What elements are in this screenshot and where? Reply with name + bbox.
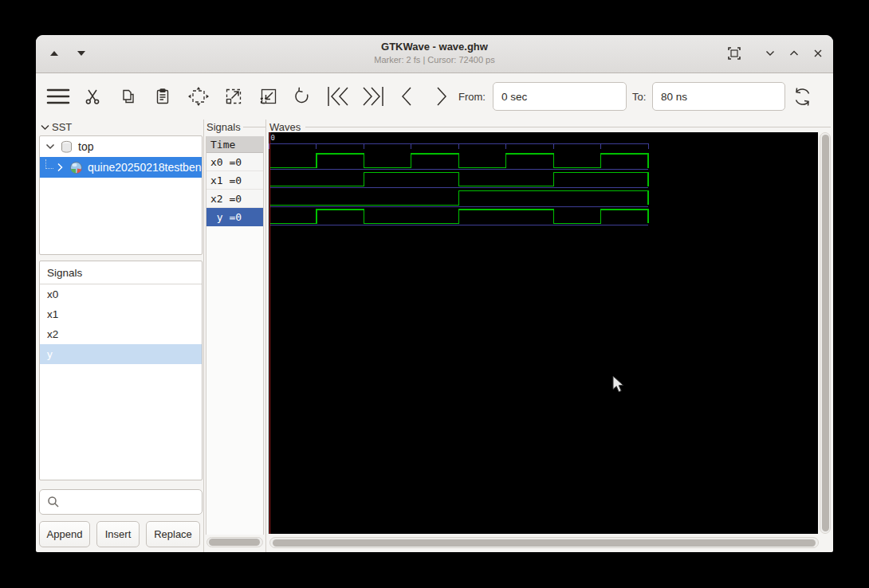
- window-subtitle: Marker: 2 fs | Cursor: 72400 ps: [36, 54, 833, 66]
- titlebar[interactable]: GTKWave - wave.ghw Marker: 2 fs | Cursor…: [36, 35, 833, 73]
- signal-list-item-x1[interactable]: x1: [40, 304, 202, 324]
- signals-frame-label: Signals: [206, 121, 241, 133]
- paste-button[interactable]: [152, 73, 173, 120]
- close-button[interactable]: [808, 43, 828, 64]
- chevron-left-icon: [399, 84, 415, 108]
- waves-hscrollbar-thumb[interactable]: [273, 539, 816, 547]
- instance-orb-icon: [69, 161, 83, 174]
- waves-frame-line: [305, 127, 831, 127]
- sst-tree: top quine20250218testbench: [39, 135, 203, 255]
- signal-row-x2[interactable]: x2 =0: [206, 190, 263, 208]
- signal-list-item-y[interactable]: y: [40, 344, 202, 364]
- expander-down-icon: [45, 141, 56, 152]
- signals-column: Time x0 =0 x1 =0 x2 =0 y =0: [206, 136, 264, 535]
- toolbar: From: To:: [36, 73, 833, 120]
- menu-button[interactable]: [45, 73, 71, 120]
- close-icon: [812, 48, 824, 59]
- waves-frame-label: Waves: [269, 121, 301, 133]
- tree-item-top[interactable]: top: [40, 136, 202, 157]
- chevron-up-icon: [788, 48, 800, 59]
- desktop-background: GTKWave - wave.ghw Marker: 2 fs | Cursor…: [0, 0, 869, 588]
- seek-left-button[interactable]: [396, 73, 417, 120]
- tree-item-testbench[interactable]: quine20250218testbench: [40, 157, 202, 178]
- signal-search[interactable]: [39, 489, 203, 515]
- signal-list-item-x2[interactable]: x2: [40, 324, 202, 344]
- signals-frame-line: [243, 127, 265, 127]
- chevron-right-icon: [434, 84, 450, 108]
- undo-icon: [292, 86, 313, 107]
- triangle-down-icon: [77, 50, 86, 57]
- shade-button[interactable]: [784, 43, 804, 64]
- search-input[interactable]: [64, 490, 199, 514]
- fullscreen-icon: [727, 46, 741, 61]
- waves-hscrollbar[interactable]: [269, 537, 819, 548]
- titlebar-text: GTKWave - wave.ghw Marker: 2 fs | Cursor…: [36, 40, 833, 66]
- expander-right-icon: [54, 162, 65, 173]
- cut-icon: [83, 87, 102, 106]
- reload-button[interactable]: [791, 73, 813, 120]
- splitter-left[interactable]: [203, 120, 204, 552]
- signal-list-item-x0[interactable]: x0: [40, 284, 202, 304]
- zoom-in-icon: [223, 86, 244, 107]
- from-input[interactable]: [493, 82, 627, 111]
- triangle-up-icon: [49, 50, 59, 57]
- paste-icon: [153, 87, 172, 106]
- waveform-canvas: 0: [269, 132, 818, 534]
- seek-end-icon: [360, 84, 386, 108]
- gtkwave-window: GTKWave - wave.ghw Marker: 2 fs | Cursor…: [36, 35, 833, 552]
- search-icon: [47, 496, 60, 508]
- replace-button[interactable]: Replace: [146, 521, 200, 547]
- zoom-in-button[interactable]: [222, 73, 246, 120]
- module-cylinder-icon: [60, 140, 73, 154]
- splitter-right[interactable]: [265, 120, 266, 552]
- seek-end-button[interactable]: [360, 73, 387, 120]
- tree-item-label: quine20250218testbench: [88, 161, 202, 174]
- zoom-fit-button[interactable]: [187, 73, 210, 120]
- fullscreen-button[interactable]: [724, 43, 745, 64]
- sst-signal-list: Signals x0 x1 x2 y: [39, 261, 203, 480]
- svg-text:0: 0: [271, 134, 275, 142]
- scroll-up-button[interactable]: [44, 43, 65, 64]
- to-label: To:: [632, 73, 646, 120]
- copy-button[interactable]: [117, 73, 138, 120]
- waves-area[interactable]: 0: [269, 132, 818, 534]
- zoom-out-icon: [258, 86, 279, 107]
- append-button[interactable]: Append: [39, 521, 90, 547]
- cut-button[interactable]: [82, 73, 103, 120]
- to-input[interactable]: [652, 82, 785, 111]
- from-label: From:: [458, 73, 486, 120]
- insert-button[interactable]: Insert: [96, 521, 140, 547]
- waves-vscrollbar[interactable]: [820, 132, 831, 534]
- signals-hscrollbar[interactable]: [206, 537, 263, 547]
- zoom-fit-icon: [187, 86, 210, 107]
- tree-connector: [45, 159, 53, 169]
- seek-start-icon: [325, 84, 351, 108]
- seek-start-button[interactable]: [324, 73, 352, 120]
- mouse-cursor: [612, 376, 628, 394]
- signal-list-header: Signals: [40, 261, 202, 284]
- content-area: SST top: [36, 120, 833, 552]
- tree-item-label: top: [78, 140, 93, 153]
- signal-row-x0[interactable]: x0 =0: [206, 153, 263, 171]
- seek-right-button[interactable]: [431, 73, 452, 120]
- unshade-button[interactable]: [760, 43, 781, 64]
- copy-icon: [118, 87, 137, 106]
- time-header[interactable]: Time: [206, 136, 263, 153]
- window-title: GTKWave - wave.ghw: [36, 40, 833, 54]
- undo-button[interactable]: [291, 73, 313, 120]
- waves-vscrollbar-thumb[interactable]: [822, 135, 829, 531]
- zoom-out-button[interactable]: [257, 73, 281, 120]
- sst-header[interactable]: SST: [41, 121, 72, 133]
- scroll-down-button[interactable]: [71, 43, 92, 64]
- chevron-down-icon: [765, 48, 776, 59]
- expander-down-icon: [41, 124, 49, 131]
- signal-row-x1[interactable]: x1 =0: [206, 171, 263, 190]
- menu-icon: [46, 88, 70, 105]
- reload-icon: [792, 86, 813, 108]
- signals-hscrollbar-thumb[interactable]: [209, 539, 260, 546]
- signal-row-y[interactable]: y =0: [206, 208, 263, 226]
